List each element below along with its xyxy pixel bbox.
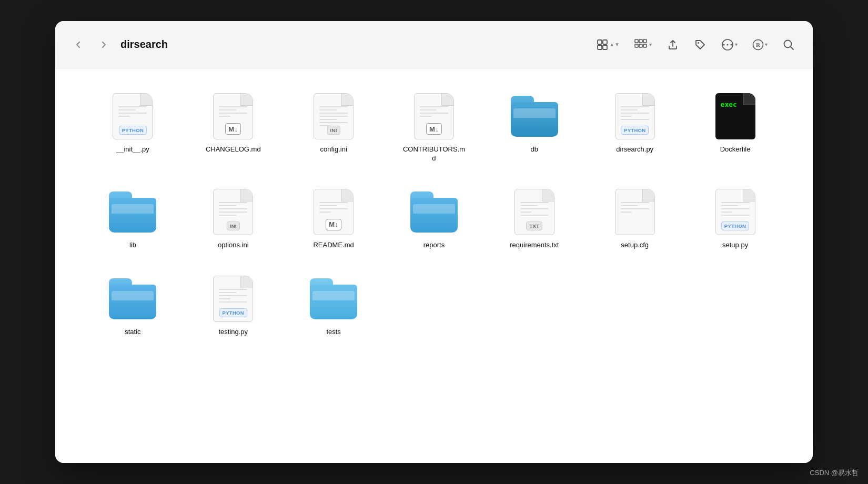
svg-point-13	[731, 44, 732, 45]
file-item-requirements-txt[interactable]: TXT requirements.txt	[488, 183, 580, 255]
register-button[interactable]: R ▾	[749, 37, 771, 53]
file-label-contributors-md: CONTRIBUTORS.md	[402, 145, 466, 163]
file-item-config-ini[interactable]: INI config.ini	[288, 87, 380, 168]
svg-rect-7	[635, 44, 638, 47]
file-item-options-ini[interactable]: INI options.ini	[187, 183, 279, 255]
file-item-setup-py[interactable]: PYTHON setup.py	[689, 183, 781, 255]
view-toggle-arrow: ▲▼	[609, 42, 620, 47]
file-icon-readme-md: M↓	[310, 188, 357, 236]
file-item-contributors-md[interactable]: M↓ CONTRIBUTORS.md	[388, 87, 480, 168]
file-item-testing-py[interactable]: PYTHON testing.py	[187, 270, 279, 342]
file-label-db: db	[531, 145, 538, 154]
file-item-init-py[interactable]: PYTHON __init__.py	[87, 87, 179, 168]
file-label-reports: reports	[423, 241, 445, 250]
file-label-lib: lib	[129, 241, 136, 250]
window-title: dirsearch	[120, 38, 168, 51]
file-icon-config-ini: INI	[310, 93, 357, 140]
svg-point-11	[723, 44, 725, 45]
file-label-static: static	[125, 328, 140, 337]
more-arrow: ▾	[735, 42, 738, 47]
file-icon-dockerfile: exec	[712, 93, 759, 140]
search-button[interactable]	[779, 35, 798, 54]
file-item-static[interactable]: static	[87, 270, 179, 342]
file-label-setup-py: setup.py	[722, 241, 748, 250]
file-icon-db	[511, 93, 558, 140]
file-icon-setup-py: PYTHON	[712, 188, 759, 236]
file-item-tests[interactable]: tests	[288, 270, 380, 342]
file-label-dockerfile: Dockerfile	[720, 145, 751, 154]
file-label-tests: tests	[326, 328, 340, 337]
file-label-requirements-txt: requirements.txt	[510, 241, 559, 250]
file-label-dirsearch-py: dirsearch.py	[616, 145, 653, 154]
file-item-readme-md[interactable]: M↓ README.md	[288, 183, 380, 255]
file-icon-dirsearch-py: PYTHON	[611, 93, 659, 140]
svg-rect-6	[643, 39, 647, 43]
svg-point-10	[698, 42, 699, 44]
file-label-setup-cfg: setup.cfg	[621, 241, 649, 250]
file-icon-tests	[310, 275, 357, 322]
file-icon-static	[109, 275, 156, 322]
finder-window: dirsearch ▲▼ ▾	[55, 21, 813, 463]
file-item-changelog-md[interactable]: M↓ CHANGELOG.md	[187, 87, 279, 168]
svg-rect-9	[643, 44, 647, 47]
file-label-init-py: __init__.py	[116, 145, 149, 154]
file-icon-requirements-txt: TXT	[511, 188, 558, 236]
svg-rect-3	[603, 45, 607, 49]
svg-rect-1	[603, 40, 607, 44]
svg-rect-0	[598, 40, 602, 44]
more-button[interactable]: ▾	[718, 36, 741, 53]
titlebar: dirsearch ▲▼ ▾	[55, 21, 813, 68]
svg-rect-8	[639, 44, 642, 47]
file-grid: PYTHON __init__.py M↓	[87, 87, 781, 342]
file-label-options-ini: options.ini	[218, 241, 249, 250]
back-button[interactable]	[70, 36, 87, 53]
svg-rect-4	[635, 39, 638, 43]
svg-text:R: R	[756, 42, 761, 48]
forward-button[interactable]	[95, 36, 112, 53]
file-label-config-ini: config.ini	[320, 145, 347, 154]
file-item-dockerfile[interactable]: exec Dockerfile	[689, 87, 781, 168]
share-button[interactable]	[663, 35, 682, 54]
file-label-changelog-md: CHANGELOG.md	[206, 145, 261, 154]
register-arrow: ▾	[765, 42, 768, 47]
tag-button[interactable]	[691, 35, 710, 54]
watermark: CSDN @易水哲	[810, 468, 859, 478]
file-icon-changelog-md: M↓	[209, 93, 257, 140]
view-toggle-button[interactable]: ▲▼	[593, 37, 623, 53]
file-item-setup-cfg[interactable]: setup.cfg	[589, 183, 681, 255]
file-item-dirsearch-py[interactable]: PYTHON dirsearch.py	[589, 87, 681, 168]
file-icon-reports	[410, 188, 458, 236]
svg-rect-5	[639, 39, 642, 43]
file-icon-options-ini: INI	[209, 188, 257, 236]
file-label-readme-md: README.md	[313, 241, 354, 250]
file-icon-init-py: PYTHON	[109, 93, 156, 140]
file-icon-setup-cfg	[611, 188, 659, 236]
file-item-db[interactable]: db	[488, 87, 580, 168]
file-icon-contributors-md: M↓	[410, 93, 458, 140]
file-icon-lib	[109, 188, 156, 236]
file-item-reports[interactable]: reports	[388, 183, 480, 255]
svg-rect-2	[598, 45, 602, 49]
file-icon-testing-py: PYTHON	[209, 275, 257, 322]
apps-view-arrow: ▾	[649, 42, 652, 47]
file-label-testing-py: testing.py	[218, 328, 248, 337]
svg-point-12	[727, 44, 729, 45]
file-grid-container: PYTHON __init__.py M↓	[55, 68, 813, 463]
file-item-lib[interactable]: lib	[87, 183, 179, 255]
apps-view-button[interactable]: ▾	[631, 37, 655, 53]
